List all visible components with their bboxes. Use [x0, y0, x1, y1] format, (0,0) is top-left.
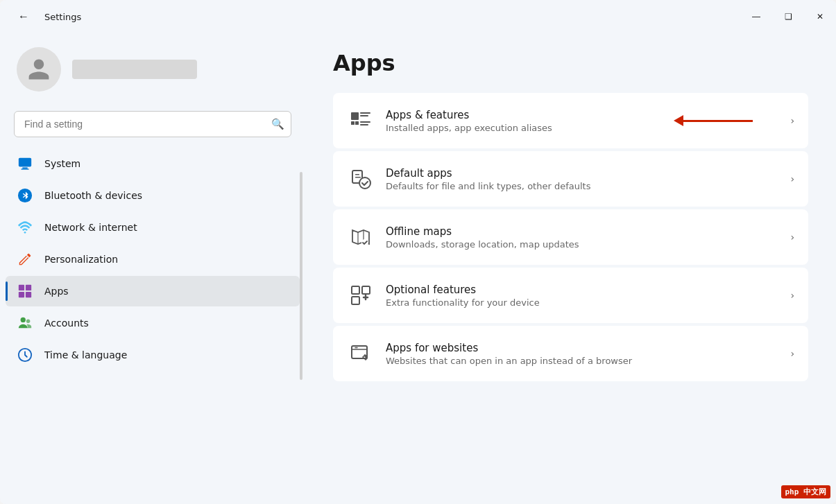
svg-rect-26: [362, 286, 370, 294]
sidebar-label-time: Time & language: [44, 349, 127, 360]
optional-features-title: Optional features: [386, 284, 779, 296]
default-apps-chevron: ›: [790, 173, 794, 184]
network-icon: [17, 219, 33, 236]
svg-point-4: [24, 232, 26, 234]
settings-item-apps-features[interactable]: Apps & features Installed apps, app exec…: [333, 93, 808, 148]
apps-websites-text: Apps for websites Websites that can open…: [386, 342, 779, 366]
svg-rect-16: [360, 115, 368, 116]
settings-list: Apps & features Installed apps, app exec…: [333, 93, 808, 381]
sidebar-label-system: System: [44, 158, 80, 169]
main-content: 🔍 System: [0, 33, 836, 504]
svg-rect-0: [19, 158, 31, 167]
svg-rect-6: [26, 285, 31, 290]
optional-features-chevron: ›: [790, 290, 794, 301]
sidebar: 🔍 System: [0, 33, 305, 504]
arrow-head: [674, 115, 683, 126]
sidebar-item-bluetooth[interactable]: Bluetooth & devices: [6, 180, 300, 211]
maximize-button[interactable]: ❑: [772, 0, 804, 33]
settings-window: ← Settings — ❑ ✕: [0, 0, 836, 504]
close-button[interactable]: ✕: [804, 0, 836, 33]
optional-features-icon: [347, 281, 375, 309]
user-section: [0, 33, 305, 105]
sidebar-item-personalization[interactable]: Personalization: [6, 244, 300, 275]
svg-rect-12: [351, 112, 359, 120]
sidebar-item-network[interactable]: Network & internet: [6, 212, 300, 243]
svg-rect-15: [360, 112, 370, 114]
nav-items: System Bluetooth & devices: [0, 148, 305, 370]
apps-features-icon: [347, 107, 375, 134]
sidebar-scrollbar: [300, 172, 302, 380]
settings-item-offline-maps[interactable]: Offline maps Downloads, storage location…: [333, 209, 808, 265]
svg-rect-8: [26, 292, 31, 297]
sidebar-container: 🔍 System: [0, 33, 305, 504]
page-title: Apps: [333, 50, 808, 76]
optional-features-text: Optional features Extra functionality fo…: [386, 284, 779, 308]
sidebar-label-personalization: Personalization: [44, 254, 118, 265]
brush-icon: [17, 251, 33, 268]
sidebar-item-time[interactable]: Time & language: [6, 340, 300, 370]
default-apps-subtitle: Defaults for file and link types, other …: [386, 181, 779, 191]
back-button[interactable]: ←: [11, 0, 36, 33]
title-bar: ← Settings — ❑ ✕: [0, 0, 836, 33]
offline-maps-chevron: ›: [790, 232, 794, 243]
svg-rect-14: [355, 121, 359, 125]
svg-rect-5: [19, 285, 24, 290]
main-panel: Apps: [305, 33, 836, 504]
apps-features-chevron: ›: [790, 115, 794, 126]
sidebar-label-accounts: Accounts: [44, 318, 89, 329]
watermark: php 中文网: [781, 485, 831, 498]
svg-rect-23: [355, 177, 361, 178]
offline-maps-icon: [347, 223, 375, 251]
default-apps-title: Default apps: [386, 167, 779, 180]
arrow-line: [683, 120, 753, 122]
settings-item-default-apps[interactable]: Default apps Defaults for file and link …: [333, 151, 808, 207]
offline-maps-title: Offline maps: [386, 225, 779, 238]
svg-rect-1: [22, 168, 27, 169]
accounts-icon: [17, 315, 33, 331]
svg-rect-22: [355, 174, 359, 175]
sidebar-item-system[interactable]: System: [6, 148, 300, 179]
title-bar-title: Settings: [44, 12, 81, 22]
svg-point-10: [26, 320, 31, 324]
apps-websites-icon: [347, 340, 375, 367]
svg-rect-7: [19, 292, 24, 297]
svg-rect-2: [22, 168, 29, 169]
minimize-button[interactable]: —: [740, 0, 772, 33]
apps-websites-chevron: ›: [790, 348, 794, 359]
svg-rect-13: [351, 121, 355, 125]
svg-point-9: [21, 318, 26, 322]
apps-icon: [17, 283, 33, 299]
search-box: 🔍: [14, 111, 291, 137]
user-name-placeholder: [72, 60, 197, 79]
bluetooth-icon: [17, 187, 33, 204]
avatar: [17, 47, 61, 92]
svg-rect-27: [352, 297, 359, 304]
clock-icon: [17, 347, 33, 363]
sidebar-label-apps: Apps: [44, 286, 69, 297]
search-icon: 🔍: [271, 118, 284, 130]
default-apps-text: Default apps Defaults for file and link …: [386, 167, 779, 191]
svg-rect-17: [360, 121, 370, 123]
sidebar-item-apps[interactable]: Apps: [6, 276, 300, 306]
search-input[interactable]: [14, 111, 291, 137]
default-apps-icon: [347, 165, 375, 193]
sidebar-item-accounts[interactable]: Accounts: [6, 308, 300, 338]
sidebar-label-network: Network & internet: [44, 222, 137, 233]
apps-websites-title: Apps for websites: [386, 342, 779, 354]
person-icon: [26, 57, 51, 82]
offline-maps-text: Offline maps Downloads, storage location…: [386, 225, 779, 250]
title-bar-left: ← Settings: [11, 0, 81, 33]
arrow-annotation: [674, 115, 753, 126]
apps-websites-subtitle: Websites that can open in an app instead…: [386, 356, 779, 366]
settings-item-optional-features[interactable]: Optional features Extra functionality fo…: [333, 268, 808, 323]
optional-features-subtitle: Extra functionality for your device: [386, 297, 779, 308]
sidebar-label-bluetooth: Bluetooth & devices: [44, 190, 142, 201]
title-bar-controls: — ❑ ✕: [740, 0, 836, 33]
offline-maps-subtitle: Downloads, storage location, map updates: [386, 239, 779, 250]
svg-rect-25: [352, 286, 359, 294]
svg-rect-18: [360, 124, 368, 125]
monitor-icon: [17, 155, 33, 172]
settings-item-apps-websites[interactable]: Apps for websites Websites that can open…: [333, 326, 808, 381]
